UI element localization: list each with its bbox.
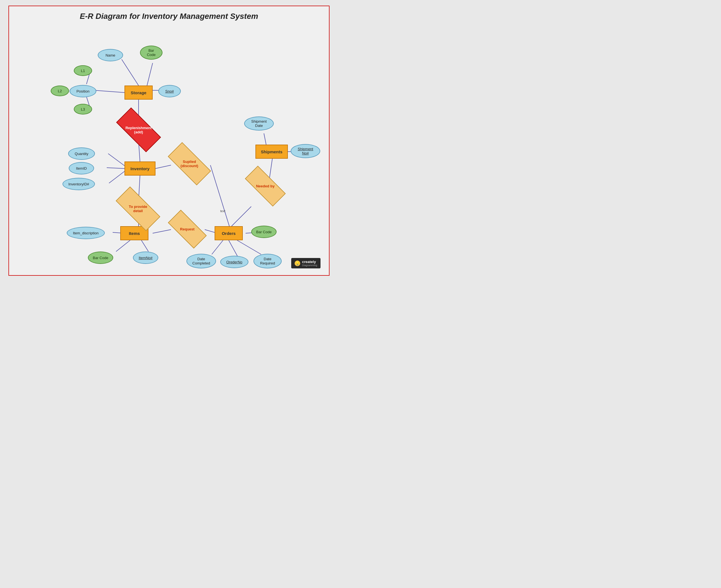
rel-to-provide: To providedetail: [117, 198, 159, 219]
svg-line-19: [153, 230, 171, 233]
rel-request: Request: [169, 220, 206, 238]
svg-line-27: [264, 133, 266, 145]
svg-line-22: [212, 240, 223, 254]
rel-supplied: Suplied(discount): [169, 154, 210, 174]
svg-line-0: [122, 59, 139, 86]
attr-l1: L1: [74, 65, 92, 76]
entity-shipments: Shipments: [256, 145, 288, 159]
svg-line-11: [109, 171, 124, 183]
entity-inventory: Inventory: [124, 162, 156, 175]
attr-barcode-storage: BarCode: [140, 46, 162, 60]
svg-line-26: [269, 159, 272, 178]
attr-barcode-items: Bar Code: [88, 252, 113, 264]
svg-line-1: [147, 63, 153, 86]
entity-orders: Orders: [215, 226, 243, 240]
attr-orderno: OrederNo: [220, 256, 248, 268]
svg-line-24: [237, 240, 261, 254]
attr-item-desc: Item_discription: [67, 227, 105, 239]
svg-line-2: [94, 90, 124, 92]
svg-line-9: [108, 154, 124, 166]
svg-line-10: [107, 168, 124, 169]
attr-itemid: ItemID: [69, 162, 94, 174]
attr-date-required: DateRequired: [254, 254, 282, 268]
attr-barcode-orders: Bar Code: [251, 226, 277, 238]
svg-line-23: [229, 240, 238, 257]
attr-name: Name: [98, 49, 123, 61]
logo-icon: 💡: [295, 260, 300, 266]
svg-line-17: [116, 240, 130, 252]
attr-shipment-date: ShipmentDate: [244, 117, 274, 130]
svg-line-13: [211, 165, 232, 233]
text-label: text: [220, 209, 225, 213]
attr-sno: Sno#: [158, 85, 181, 97]
rel-replenishment: Replenishment(add): [117, 119, 160, 140]
rel-needed-by: Needed by: [246, 177, 285, 195]
svg-line-18: [141, 240, 148, 252]
attr-itemno: ItemNo#: [133, 252, 158, 264]
diagram-area: text Storage Inventory Items Orders Ship…: [15, 24, 323, 271]
attr-l3: L3: [74, 104, 92, 114]
diagram-title: E-R Diagram for Inventory Management Sys…: [15, 12, 323, 21]
attr-l2: L2: [51, 86, 69, 96]
entity-storage: Storage: [124, 86, 153, 100]
svg-line-12: [156, 165, 171, 169]
diagram-container: E-R Diagram for Inventory Management Sys…: [8, 6, 329, 276]
attr-inventoryid: InventoryID#: [62, 178, 95, 190]
svg-line-25: [232, 207, 251, 226]
attr-shipment-no: ShipmentNo#: [291, 144, 320, 158]
attr-position: Position: [69, 85, 96, 97]
attr-quantity: Quantity: [68, 147, 95, 160]
attr-date-completed: DateCompleted: [186, 254, 216, 268]
logo: 💡 creately Diagramming: [291, 258, 321, 268]
